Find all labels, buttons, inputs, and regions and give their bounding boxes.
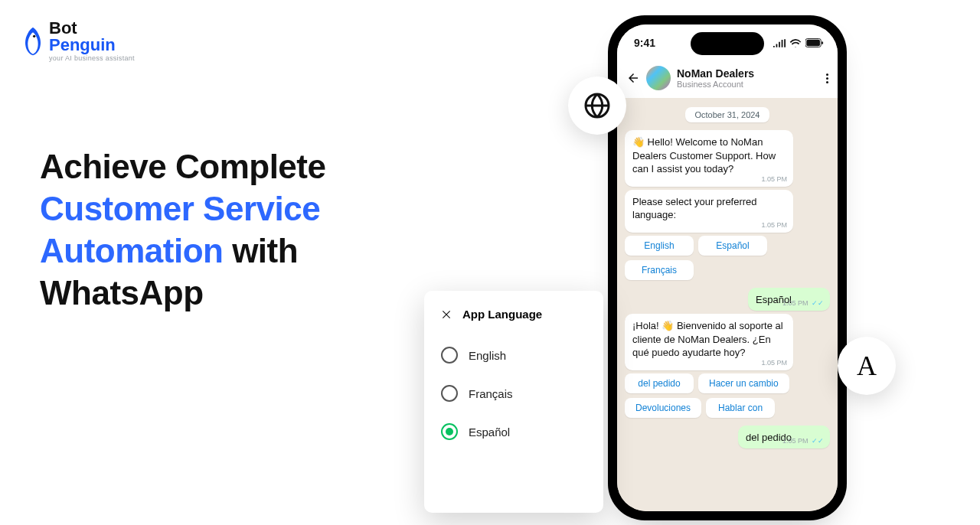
- language-option-label: English: [469, 349, 506, 362]
- radio-icon: [441, 347, 458, 364]
- chat-pane[interactable]: October 31, 2024 👋 Hello! Welcome to NoM…: [617, 98, 838, 511]
- language-option-espanol[interactable]: Español: [441, 412, 586, 451]
- language-option-francais[interactable]: Français: [441, 374, 586, 412]
- quick-reply-button[interactable]: Français: [625, 260, 694, 280]
- quick-reply-button[interactable]: Hacer un cambio: [698, 373, 789, 393]
- svg-rect-3: [822, 41, 823, 44]
- incoming-message: ¡Hola! 👋 Bienvenido al soporte al client…: [625, 314, 793, 370]
- page-headline: Achieve Complete Customer Service Automa…: [40, 145, 438, 314]
- date-separator: October 31, 2024: [685, 107, 769, 122]
- wifi-icon: [789, 39, 802, 47]
- language-sheet: App Language English Français Español: [424, 291, 603, 513]
- language-option-label: Français: [469, 387, 513, 400]
- radio-icon: [441, 385, 458, 402]
- globe-badge: [568, 77, 626, 135]
- read-ticks-icon: ✓✓: [809, 299, 824, 307]
- language-option-label: Español: [469, 426, 510, 439]
- chat-subtitle: Business Account: [677, 80, 754, 89]
- quick-reply-row: English Español Français: [625, 236, 830, 280]
- back-icon[interactable]: [626, 71, 640, 85]
- quick-reply-button[interactable]: Devoluciones: [625, 398, 701, 418]
- outgoing-message: del pedido 1.05 PM ✓✓: [738, 426, 830, 449]
- incoming-message: Please select your preferred language: 1…: [625, 190, 793, 233]
- chat-title[interactable]: NoMan Dealers: [677, 67, 754, 80]
- radio-selected-icon: [441, 423, 458, 440]
- letter-a-glyph: A: [857, 350, 877, 382]
- read-ticks-icon: ✓✓: [809, 437, 824, 445]
- language-sheet-title: App Language: [462, 308, 542, 321]
- quick-reply-button[interactable]: Hablar con: [706, 398, 775, 418]
- incoming-message: 👋 Hello! Welcome to NoMan Dealers Custom…: [625, 130, 793, 187]
- svg-point-0: [33, 34, 35, 37]
- close-icon[interactable]: [441, 309, 452, 320]
- language-option-english[interactable]: English: [441, 336, 586, 374]
- quick-reply-button[interactable]: English: [625, 236, 694, 256]
- quick-reply-button[interactable]: del pedido: [625, 373, 694, 393]
- phone-frame: 9:41 NoMan Dealers Business Account Octo…: [608, 15, 847, 520]
- menu-icon[interactable]: [826, 73, 828, 83]
- signal-icon: [773, 39, 786, 47]
- phone-screen: 9:41 NoMan Dealers Business Account Octo…: [617, 24, 838, 511]
- brand-logo: Bot Penguin your AI business assistant: [20, 20, 135, 62]
- penguin-logo-icon: [20, 26, 46, 57]
- logo-tagline: your AI business assistant: [49, 55, 135, 62]
- letter-a-badge: A: [838, 337, 896, 395]
- outgoing-message: Español 1.05 PM ✓✓: [748, 288, 830, 311]
- chat-header: NoMan Dealers Business Account: [617, 61, 838, 98]
- quick-reply-button[interactable]: Español: [698, 236, 767, 256]
- quick-reply-row: del pedido Hacer un cambio Devoluciones …: [625, 373, 830, 418]
- svg-rect-2: [806, 40, 820, 46]
- phone-notch: [691, 32, 764, 55]
- globe-icon: [583, 92, 611, 119]
- logo-text-bottom: Penguin: [49, 35, 116, 54]
- status-time: 9:41: [634, 37, 655, 49]
- avatar[interactable]: [646, 66, 671, 90]
- battery-icon: [805, 38, 824, 47]
